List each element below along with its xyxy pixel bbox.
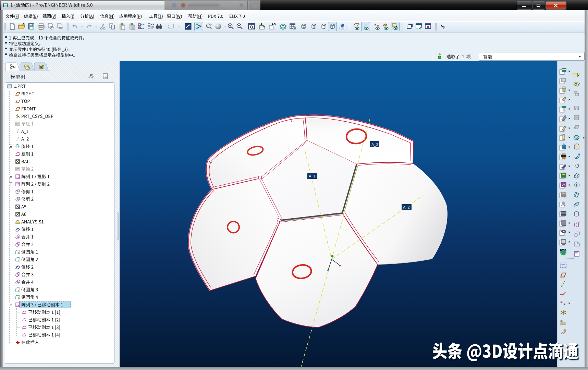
svg-text:EMX: EMX <box>560 248 567 251</box>
svg-text:A_1: A_1 <box>309 174 316 178</box>
svg-text:A_2: A_2 <box>403 205 410 209</box>
svg-text:AB: AB <box>272 23 276 26</box>
svg-text:?: ? <box>443 25 445 30</box>
svg-text:A_3: A_3 <box>371 143 378 147</box>
